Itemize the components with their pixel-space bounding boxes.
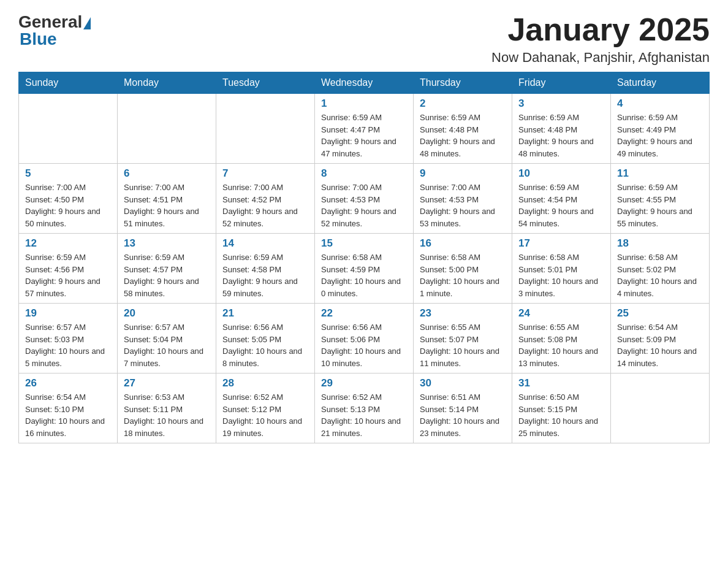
day-of-week-header: Monday — [118, 72, 216, 94]
calendar-week-row: 26Sunrise: 6:54 AMSunset: 5:10 PMDayligh… — [19, 373, 710, 443]
day-of-week-header: Thursday — [414, 72, 512, 94]
day-info: Sunrise: 6:53 AMSunset: 5:11 PMDaylight:… — [124, 391, 210, 439]
calendar-week-row: 12Sunrise: 6:59 AMSunset: 4:56 PMDayligh… — [19, 234, 710, 304]
logo-blue-text: Blue — [20, 29, 57, 49]
calendar-day-cell: 30Sunrise: 6:51 AMSunset: 5:14 PMDayligh… — [414, 373, 512, 443]
calendar-day-cell: 22Sunrise: 6:56 AMSunset: 5:06 PMDayligh… — [315, 304, 414, 373]
day-info: Sunrise: 6:59 AMSunset: 4:55 PMDaylight:… — [617, 182, 703, 229]
day-number: 25 — [617, 307, 703, 320]
day-of-week-header: Tuesday — [216, 72, 315, 94]
calendar-day-cell: 18Sunrise: 6:58 AMSunset: 5:02 PMDayligh… — [611, 234, 710, 304]
day-of-week-header: Friday — [512, 72, 611, 94]
day-of-week-header: Sunday — [19, 72, 118, 94]
calendar-day-cell: 21Sunrise: 6:56 AMSunset: 5:05 PMDayligh… — [216, 304, 315, 373]
calendar-day-cell — [19, 94, 118, 164]
day-info: Sunrise: 6:58 AMSunset: 5:02 PMDaylight:… — [617, 251, 703, 299]
day-info: Sunrise: 6:59 AMSunset: 4:57 PMDaylight:… — [124, 251, 210, 299]
day-number: 27 — [124, 377, 210, 389]
day-number: 10 — [518, 167, 604, 180]
day-info: Sunrise: 6:54 AMSunset: 5:09 PMDaylight:… — [617, 321, 703, 369]
calendar-day-cell: 13Sunrise: 6:59 AMSunset: 4:57 PMDayligh… — [118, 234, 216, 304]
calendar-day-cell: 23Sunrise: 6:55 AMSunset: 5:07 PMDayligh… — [414, 304, 512, 373]
day-info: Sunrise: 7:00 AMSunset: 4:50 PMDaylight:… — [25, 182, 111, 229]
logo: General Blue — [18, 12, 91, 49]
calendar-day-cell: 4Sunrise: 6:59 AMSunset: 4:49 PMDaylight… — [611, 94, 710, 164]
day-number: 6 — [124, 167, 210, 180]
day-number: 30 — [420, 377, 506, 389]
calendar-day-cell: 28Sunrise: 6:52 AMSunset: 5:12 PMDayligh… — [216, 373, 315, 443]
day-info: Sunrise: 6:52 AMSunset: 5:12 PMDaylight:… — [222, 391, 308, 439]
day-number: 14 — [222, 237, 308, 250]
day-number: 4 — [617, 98, 703, 110]
calendar-day-cell: 15Sunrise: 6:58 AMSunset: 4:59 PMDayligh… — [315, 234, 414, 304]
day-info: Sunrise: 6:59 AMSunset: 4:58 PMDaylight:… — [222, 251, 308, 299]
day-number: 5 — [25, 167, 111, 180]
calendar-day-cell: 11Sunrise: 6:59 AMSunset: 4:55 PMDayligh… — [611, 164, 710, 234]
day-info: Sunrise: 6:56 AMSunset: 5:05 PMDaylight:… — [222, 321, 308, 369]
day-number: 31 — [518, 377, 604, 389]
day-number: 28 — [222, 377, 308, 389]
day-info: Sunrise: 6:59 AMSunset: 4:48 PMDaylight:… — [518, 112, 604, 159]
calendar-day-cell: 20Sunrise: 6:57 AMSunset: 5:04 PMDayligh… — [118, 304, 216, 373]
days-of-week-row: SundayMondayTuesdayWednesdayThursdayFrid… — [19, 72, 710, 94]
day-info: Sunrise: 7:00 AMSunset: 4:53 PMDaylight:… — [321, 182, 407, 229]
day-info: Sunrise: 7:00 AMSunset: 4:53 PMDaylight:… — [420, 182, 506, 229]
day-number: 9 — [420, 167, 506, 180]
day-info: Sunrise: 6:59 AMSunset: 4:49 PMDaylight:… — [617, 112, 703, 159]
calendar-day-cell: 17Sunrise: 6:58 AMSunset: 5:01 PMDayligh… — [512, 234, 611, 304]
calendar-day-cell: 5Sunrise: 7:00 AMSunset: 4:50 PMDaylight… — [19, 164, 118, 234]
day-info: Sunrise: 6:55 AMSunset: 5:08 PMDaylight:… — [518, 321, 604, 369]
day-info: Sunrise: 6:59 AMSunset: 4:47 PMDaylight:… — [321, 112, 407, 159]
calendar-body: 1Sunrise: 6:59 AMSunset: 4:47 PMDaylight… — [19, 94, 710, 443]
calendar-day-cell — [216, 94, 315, 164]
day-info: Sunrise: 6:55 AMSunset: 5:07 PMDaylight:… — [420, 321, 506, 369]
page-header: General Blue January 2025 Now Dahanak, P… — [18, 12, 710, 66]
calendar-day-cell: 26Sunrise: 6:54 AMSunset: 5:10 PMDayligh… — [19, 373, 118, 443]
day-of-week-header: Saturday — [611, 72, 710, 94]
day-number: 29 — [321, 377, 407, 389]
calendar-day-cell: 31Sunrise: 6:50 AMSunset: 5:15 PMDayligh… — [512, 373, 611, 443]
logo-triangle-icon — [83, 17, 91, 29]
calendar-title: January 2025 — [491, 12, 710, 47]
day-number: 19 — [25, 307, 111, 320]
day-info: Sunrise: 6:57 AMSunset: 5:03 PMDaylight:… — [25, 321, 111, 369]
calendar-table: SundayMondayTuesdayWednesdayThursdayFrid… — [18, 72, 710, 443]
calendar-week-row: 1Sunrise: 6:59 AMSunset: 4:47 PMDaylight… — [19, 94, 710, 164]
day-info: Sunrise: 6:50 AMSunset: 5:15 PMDaylight:… — [518, 391, 604, 439]
calendar-day-cell: 29Sunrise: 6:52 AMSunset: 5:13 PMDayligh… — [315, 373, 414, 443]
day-number: 26 — [25, 377, 111, 389]
day-number: 18 — [617, 237, 703, 250]
calendar-day-cell: 27Sunrise: 6:53 AMSunset: 5:11 PMDayligh… — [118, 373, 216, 443]
day-number: 17 — [518, 237, 604, 250]
calendar-subtitle: Now Dahanak, Panjshir, Afghanistan — [491, 50, 710, 66]
day-info: Sunrise: 6:54 AMSunset: 5:10 PMDaylight:… — [25, 391, 111, 439]
day-info: Sunrise: 6:57 AMSunset: 5:04 PMDaylight:… — [124, 321, 210, 369]
day-number: 15 — [321, 237, 407, 250]
calendar-week-row: 5Sunrise: 7:00 AMSunset: 4:50 PMDaylight… — [19, 164, 710, 234]
calendar-week-row: 19Sunrise: 6:57 AMSunset: 5:03 PMDayligh… — [19, 304, 710, 373]
day-number: 13 — [124, 237, 210, 250]
day-info: Sunrise: 6:59 AMSunset: 4:56 PMDaylight:… — [25, 251, 111, 299]
day-info: Sunrise: 7:00 AMSunset: 4:51 PMDaylight:… — [124, 182, 210, 229]
day-number: 24 — [518, 307, 604, 320]
day-of-week-header: Wednesday — [315, 72, 414, 94]
calendar-day-cell — [611, 373, 710, 443]
day-number: 2 — [420, 98, 506, 110]
calendar-day-cell: 12Sunrise: 6:59 AMSunset: 4:56 PMDayligh… — [19, 234, 118, 304]
day-info: Sunrise: 6:51 AMSunset: 5:14 PMDaylight:… — [420, 391, 506, 439]
calendar-day-cell: 2Sunrise: 6:59 AMSunset: 4:48 PMDaylight… — [414, 94, 512, 164]
day-info: Sunrise: 6:58 AMSunset: 4:59 PMDaylight:… — [321, 251, 407, 299]
calendar-day-cell: 1Sunrise: 6:59 AMSunset: 4:47 PMDaylight… — [315, 94, 414, 164]
calendar-day-cell: 8Sunrise: 7:00 AMSunset: 4:53 PMDaylight… — [315, 164, 414, 234]
day-number: 3 — [518, 98, 604, 110]
day-number: 7 — [222, 167, 308, 180]
calendar-day-cell: 19Sunrise: 6:57 AMSunset: 5:03 PMDayligh… — [19, 304, 118, 373]
day-number: 11 — [617, 167, 703, 180]
day-info: Sunrise: 6:56 AMSunset: 5:06 PMDaylight:… — [321, 321, 407, 369]
calendar-day-cell: 10Sunrise: 6:59 AMSunset: 4:54 PMDayligh… — [512, 164, 611, 234]
day-number: 1 — [321, 98, 407, 110]
calendar-day-cell: 9Sunrise: 7:00 AMSunset: 4:53 PMDaylight… — [414, 164, 512, 234]
calendar-day-cell: 7Sunrise: 7:00 AMSunset: 4:52 PMDaylight… — [216, 164, 315, 234]
calendar-day-cell: 6Sunrise: 7:00 AMSunset: 4:51 PMDaylight… — [118, 164, 216, 234]
day-number: 21 — [222, 307, 308, 320]
